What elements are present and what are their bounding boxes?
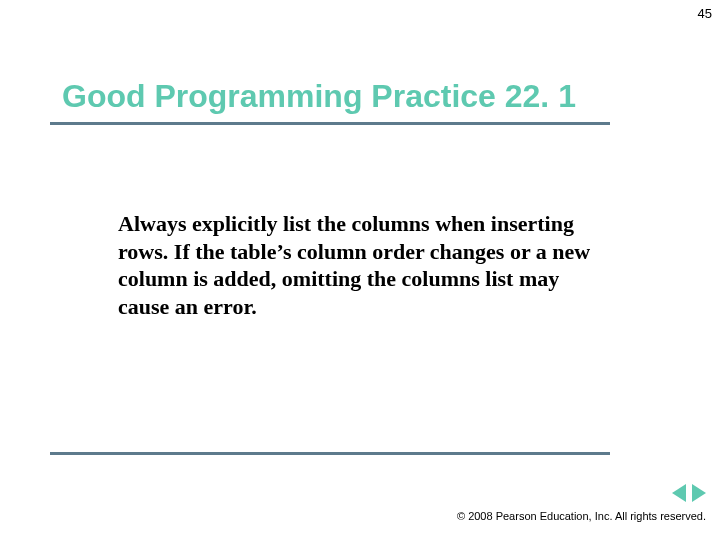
nav-arrows: [672, 484, 706, 502]
next-arrow-icon[interactable]: [692, 484, 706, 502]
slide-title: Good Programming Practice 22. 1: [62, 78, 576, 115]
body-paragraph: Always explicitly list the columns when …: [118, 210, 598, 320]
copyright-text: © 2008 Pearson Education, Inc. All right…: [457, 510, 706, 522]
page-number: 45: [698, 6, 712, 21]
prev-arrow-icon[interactable]: [672, 484, 686, 502]
title-underline: [50, 122, 610, 125]
bottom-underline: [50, 452, 610, 455]
